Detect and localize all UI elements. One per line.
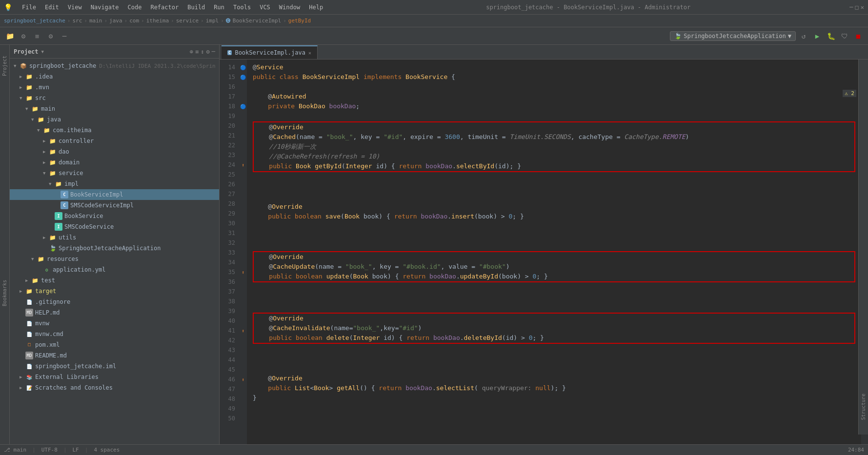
tree-label-impl: impl <box>64 180 79 187</box>
tree-item-controller[interactable]: ▶ 📁 controller <box>10 136 219 146</box>
tree-item-com[interactable]: ▼ 📁 com.itheima <box>10 125 219 136</box>
tree-item-service[interactable]: ▼ 📁 service <box>10 168 219 178</box>
tree-item-dao[interactable]: ▶ 📁 dao <box>10 146 219 157</box>
tree-item-mvn[interactable]: ▶ 📁 .mvn <box>10 82 219 93</box>
project-sidebar-tab[interactable]: Project <box>2 47 7 76</box>
breadcrumb-class[interactable]: 🅒 <box>226 18 231 23</box>
run-config-selector[interactable]: 🍃 SpringbootJetcacheApplication ▼ <box>670 31 796 41</box>
gutter-47 <box>239 384 247 394</box>
tree-item-mvnw[interactable]: 📄 mvnw <box>10 318 219 329</box>
code-line-30 <box>253 221 855 231</box>
tab-label: BookServiceImpl.java <box>235 49 305 56</box>
toolbar-settings-btn[interactable]: ⚙ <box>45 30 57 42</box>
breadcrumb-main[interactable]: main <box>89 18 102 24</box>
breadcrumb-bookserviceimpl[interactable]: BookServiceImpl <box>233 18 281 24</box>
tree-label-controller: controller <box>59 138 94 144</box>
tree-item-bookservice[interactable]: I BookService <box>10 211 219 221</box>
tree-item-test[interactable]: ▶ 📁 test <box>10 275 219 286</box>
toolbar-project-btn[interactable]: 📁 <box>4 30 16 42</box>
menu-view[interactable]: View <box>64 3 86 12</box>
tree-item-iml[interactable]: 📄 springboot_jetcache.iml <box>10 361 219 372</box>
menu-window[interactable]: Window <box>275 3 304 12</box>
tree-item-bookserviceimpl[interactable]: C BookServiceImpl <box>10 189 219 200</box>
tree-item-pomxml[interactable]: 🗒 pom.xml <box>10 339 219 350</box>
tree-item-mvnwcmd[interactable]: 📄 mvnw.cmd <box>10 329 219 339</box>
toolbar-stop-btn[interactable]: ■ <box>852 30 864 42</box>
tree-item-extlibs[interactable]: ▶ 📚 External Libraries <box>10 372 219 382</box>
tree-item-gitignore[interactable]: 📄 .gitignore <box>10 297 219 307</box>
gutter-48 <box>239 394 247 404</box>
toolbar-structure-btn[interactable]: ⚙ <box>18 30 29 42</box>
toolbar-minus-btn[interactable]: ─ <box>59 30 70 42</box>
editor-content[interactable]: 14 15 16 17 18 19 20 21 22 23 24 25 26 2… <box>220 59 868 444</box>
breadcrumb-java[interactable]: java <box>109 18 122 24</box>
tree-item-utils[interactable]: ▶ 📁 utils <box>10 232 219 243</box>
locate-icon[interactable]: ⊕ <box>190 48 193 55</box>
menu-help[interactable]: Help <box>305 3 327 12</box>
breadcrumb-com[interactable]: com <box>129 18 139 24</box>
maximize-icon[interactable]: □ <box>855 4 859 11</box>
tab-close-btn[interactable]: ✕ <box>308 50 311 56</box>
minimize-icon[interactable]: ─ <box>849 4 853 11</box>
menu-vcs[interactable]: VCS <box>256 3 274 12</box>
settings-icon[interactable]: ⚙ <box>206 48 210 55</box>
tree-item-main[interactable]: ▼ 📁 main <box>10 103 219 114</box>
tree-item-appyml[interactable]: ⚙ application.yml <box>10 264 219 275</box>
status-line-col: 24:84 <box>848 447 864 453</box>
tree-item-idea[interactable]: ▶ 📁 .idea <box>10 71 219 82</box>
red-box-3: @Override @CacheInvalidate(name="book_",… <box>253 313 855 344</box>
tree-item-helpmd[interactable]: MD HELP.md <box>10 307 219 318</box>
hide-icon[interactable]: ─ <box>212 48 215 55</box>
tree-item-domain[interactable]: ▶ 📁 domain <box>10 157 219 168</box>
tree-item-impl[interactable]: ▼ 📁 impl <box>10 178 219 189</box>
toolbar-run-btn[interactable]: ▶ <box>811 30 823 42</box>
code-editor[interactable]: @Service public class BookServiceImpl im… <box>247 59 861 444</box>
close-icon[interactable]: ✕ <box>861 4 864 11</box>
tree-item-src[interactable]: ▼ 📁 src <box>10 93 219 103</box>
tree-item-resources[interactable]: ▼ 📁 resources <box>10 254 219 264</box>
tree-item-java[interactable]: ▼ 📁 java <box>10 114 219 125</box>
menu-code[interactable]: Code <box>124 3 146 12</box>
git-branch: ⎇ main <box>4 447 26 453</box>
menu-build[interactable]: Build <box>183 3 209 12</box>
code-line-21: @Cached(name = "book_", key = "#id", exp… <box>254 132 854 142</box>
java-class-icon-sms: C <box>61 201 68 209</box>
menu-run[interactable]: Run <box>210 3 228 12</box>
gutter-marker-18: 🔵 <box>240 104 246 109</box>
gutter-44 <box>239 355 247 365</box>
tree-item-smscodeservice[interactable]: I SMSCodeService <box>10 221 219 232</box>
tree-label-domain: domain <box>59 159 80 166</box>
tree-item-target[interactable]: ▶ 📁 target <box>10 286 219 297</box>
toolbar-debug-btn[interactable]: 🐛 <box>825 30 837 42</box>
structure-sidebar-tab[interactable]: Structure <box>861 394 866 420</box>
menu-edit[interactable]: Edit <box>41 3 63 12</box>
main-area: Project Bookmarks Project ▼ ⊕ ≡ ↕ ⚙ ─ ▼ … <box>0 45 868 444</box>
breadcrumb-springboot[interactable]: springboot_jetcache <box>4 18 65 24</box>
menu-navigate[interactable]: Navigate <box>87 3 123 12</box>
toolbar-reformat-btn[interactable]: ≡ <box>31 30 43 42</box>
code-line-40: @CacheInvalidate(name="book_",key="#id") <box>254 323 854 333</box>
breadcrumb-itheima[interactable]: itheima <box>146 18 169 24</box>
tree-item-scratches[interactable]: ▶ 📝 Scratches and Consoles <box>10 382 219 393</box>
bookmarks-sidebar-tab[interactable]: Bookmarks <box>2 272 7 306</box>
tree-item-smscodeserviceimpl[interactable]: C SMSCodeServiceImpl <box>10 200 219 211</box>
tree-item-root[interactable]: ▼ 📦 springboot_jetcache D:\IntelliJ IDEA… <box>10 60 219 71</box>
menu-refactor[interactable]: Refactor <box>146 3 182 12</box>
tree-label-mvnw: mvnw <box>35 320 49 327</box>
breadcrumb-src[interactable]: src <box>72 18 82 24</box>
left-sidebar-icons: Project Bookmarks <box>0 45 10 444</box>
breadcrumb-impl[interactable]: impl <box>206 18 219 24</box>
gutter-29 <box>239 209 247 218</box>
tab-bookserviceimpl[interactable]: C BookServiceImpl.java ✕ <box>222 45 318 59</box>
toolbar-reload-btn[interactable]: ↺ <box>798 30 809 42</box>
tree-item-readmemd[interactable]: MD README.md <box>10 350 219 361</box>
tree-item-springbootapp[interactable]: 🍃 SpringbootJetcacheApplication <box>10 243 219 254</box>
folder-icon-controller: 📁 <box>49 137 57 145</box>
collapse-icon[interactable]: ≡ <box>195 48 199 55</box>
menu-tools[interactable]: Tools <box>229 3 255 12</box>
menu-file[interactable]: File <box>18 3 40 12</box>
toolbar-coverage-btn[interactable]: 🛡 <box>839 30 850 42</box>
sort-icon[interactable]: ↕ <box>201 48 204 55</box>
breadcrumb-service[interactable]: service <box>176 18 199 24</box>
breadcrumb-method[interactable]: getById <box>288 18 311 24</box>
